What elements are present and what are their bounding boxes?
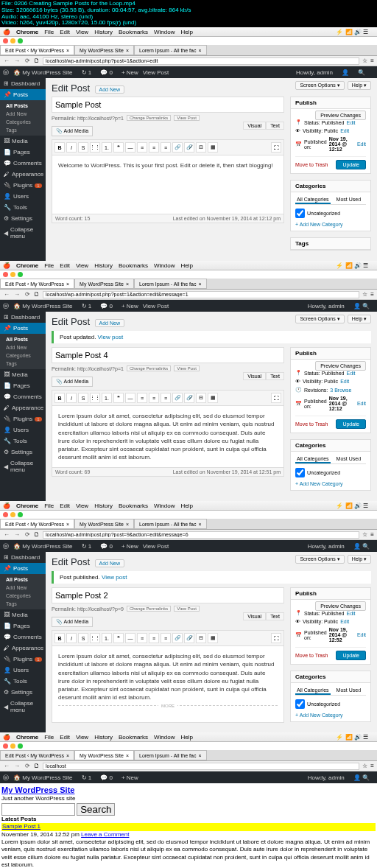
wp-adminbar: ⓦ 🏠 My WordPress Site ↻ 1 💬 0 + New View… — [0, 66, 377, 78]
pin-icon: 📍 — [295, 119, 302, 125]
sidebar-dashboard[interactable]: ⊞ Dashboard — [0, 78, 46, 89]
reload-icon[interactable]: ⟳ — [24, 57, 31, 64]
app-name[interactable]: Chrome — [16, 29, 38, 35]
fullscreen-button[interactable]: ⛶ — [271, 142, 281, 153]
post-content[interactable]: Welcome to WordPress. This is your first… — [52, 155, 284, 214]
sidebar-collapse[interactable]: ◀ Collapse menu — [0, 224, 46, 242]
notice-published: Post published. View post — [52, 571, 371, 584]
bold-button[interactable]: B — [54, 142, 65, 153]
ol-button[interactable]: 1. — [102, 142, 112, 153]
post-title-input[interactable] — [52, 97, 284, 113]
sidebar-media[interactable]: 🖼 Media — [0, 136, 46, 147]
screen-options-button[interactable]: Screen Options ▾ — [295, 81, 344, 90]
unlink-button[interactable]: 🔗̸ — [184, 142, 194, 153]
sidebar-users[interactable]: 👤 Users — [0, 191, 46, 202]
close-icon[interactable]: × — [66, 48, 69, 53]
leave-comment-link[interactable]: Leave a Comment — [81, 831, 129, 838]
page-title: Edit Post — [52, 83, 90, 94]
maximize-window[interactable] — [18, 38, 23, 43]
post-title-input-3[interactable] — [52, 587, 284, 603]
toolbar-toggle-button[interactable]: ▦ — [208, 142, 218, 153]
align-center-button[interactable]: ≡ — [149, 142, 159, 153]
eye-icon: 👁 — [295, 128, 300, 133]
sidebar-tags[interactable]: Tags — [0, 126, 46, 134]
tab-site[interactable]: My WordPress Site × — [74, 45, 134, 55]
italic-button[interactable]: I — [66, 142, 77, 153]
uncat-checkbox[interactable] — [295, 209, 305, 218]
close-icon[interactable]: × — [198, 48, 201, 53]
revisions-link[interactable]: 3 Browse — [330, 388, 351, 393]
allcats-tab[interactable]: All Categories — [295, 196, 331, 204]
edit-date-link[interactable]: Edit — [357, 141, 366, 147]
sidebar-settings[interactable]: ⚙ Settings — [0, 213, 46, 224]
wp-logo-icon[interactable]: ⓦ — [3, 69, 9, 77]
address-input-3[interactable] — [43, 531, 359, 539]
help-button[interactable]: Help ▾ — [348, 81, 371, 90]
align-right-button[interactable]: ≡ — [161, 142, 171, 153]
add-media-button[interactable]: 📎 Add Media — [52, 126, 93, 136]
search-input[interactable] — [1, 803, 75, 816]
comments-link[interactable]: 💬 0 — [100, 69, 117, 76]
viewpost-link[interactable]: View Post — [143, 69, 169, 76]
quote-button[interactable]: ❝ — [113, 142, 124, 153]
minimize-window[interactable] — [10, 38, 15, 43]
sidebar-plugins[interactable]: 🔌 Plugins 1 — [0, 180, 46, 191]
tagline: Just another WordPress site — [1, 795, 376, 802]
edit-visibility-link[interactable]: Edit — [340, 128, 349, 133]
mostused-tab[interactable]: Most Used — [335, 196, 362, 204]
avatar-icon[interactable]: 👤 — [342, 69, 349, 76]
apple-icon[interactable]: 🍎 — [3, 29, 10, 35]
hr-button[interactable]: — — [125, 142, 135, 153]
latest-posts-heading: Latest Posts — [1, 816, 37, 822]
close-window[interactable] — [3, 38, 8, 43]
search-button[interactable] — [77, 803, 115, 816]
view-post-button[interactable]: View Post — [174, 115, 200, 121]
howdy[interactable]: Howdy, admin — [296, 69, 333, 76]
viewpost-link[interactable]: View post — [98, 334, 124, 340]
site-title[interactable]: My WordPress Site — [1, 785, 376, 795]
bookmark-icon[interactable]: ☆ — [362, 57, 367, 64]
sidebar-allposts[interactable]: All Posts — [0, 102, 46, 110]
update-button[interactable]: Update — [336, 160, 366, 169]
search-icon[interactable]: 🔍 — [358, 69, 365, 76]
sidebar-appearance[interactable]: 🖌 Appearance — [0, 169, 46, 180]
close-icon[interactable]: × — [126, 48, 129, 53]
text-tab[interactable]: Text — [266, 122, 284, 130]
preview-button[interactable]: Preview Changes — [315, 111, 366, 120]
add-category-link[interactable]: + Add New Category — [295, 222, 366, 227]
address-input[interactable] — [43, 57, 359, 65]
sidebar-posts[interactable]: 📌 Posts — [0, 89, 46, 100]
visual-tab[interactable]: Visual — [243, 122, 266, 130]
new-link[interactable]: + New — [121, 69, 138, 76]
trash-link[interactable]: Move to Trash — [295, 162, 328, 167]
updates-link[interactable]: ↻ 1 — [82, 69, 96, 76]
tab-lorem[interactable]: Lorem Ipsum - All the fac × — [134, 45, 207, 55]
strike-button[interactable]: S — [78, 142, 88, 153]
tab-editpost[interactable]: Edit Post ‹ My WordPress × — [0, 45, 74, 55]
edit-status-link[interactable]: Edit — [346, 120, 355, 125]
link-button[interactable]: 🔗 — [172, 142, 183, 153]
site-link[interactable]: 🏠 My WordPress Site — [13, 69, 77, 76]
publish-box: Publish Preview Changes 📍Status: Publish… — [290, 97, 371, 174]
back-icon[interactable]: ← — [3, 57, 10, 64]
sidebar-comments[interactable]: 💬 Comments — [0, 158, 46, 169]
forward-icon[interactable]: → — [13, 57, 21, 64]
browser-tabs: Edit Post ‹ My WordPress × My WordPress … — [0, 45, 377, 56]
menu-icon[interactable]: ≡ — [370, 57, 374, 64]
post-content-3[interactable]: Lorem ipsum dolor sit amet, consectetur … — [52, 646, 284, 723]
post-link-sp1[interactable]: Sample Post 1 — [2, 823, 40, 830]
post-title-input-2[interactable] — [52, 347, 284, 363]
more-button[interactable]: ⊟ — [196, 142, 206, 153]
sidebar-tools[interactable]: 🔧 Tools — [0, 202, 46, 213]
add-new-button[interactable]: Add New — [95, 85, 124, 94]
sidebar-pages[interactable]: 📄 Pages — [0, 147, 46, 158]
sidebar-categories[interactable]: Categories — [0, 118, 46, 126]
sidebar-addnew[interactable]: Add New — [0, 110, 46, 118]
ul-button[interactable]: ⋮⋮ — [90, 142, 100, 153]
address-input-2[interactable] — [43, 291, 359, 298]
change-permalinks-button[interactable]: Change Permalinks — [127, 115, 171, 121]
align-left-button[interactable]: ≡ — [137, 142, 147, 153]
post-content-2[interactable]: Lorem ipsum dolor sit amet, consectetur … — [52, 406, 284, 468]
address-input-4[interactable] — [43, 763, 359, 770]
editor-status: Word count: 15Last edited on November 19… — [52, 214, 284, 223]
